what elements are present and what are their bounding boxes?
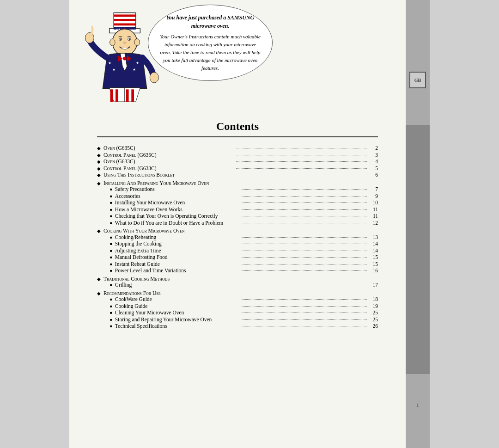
toc-dots [242, 203, 367, 203]
toc-label: Cooking Guide [115, 304, 240, 309]
toc-page: 14 [369, 241, 378, 247]
page-number: 1 [409, 399, 426, 411]
toc-label: Oven (G633C) [103, 159, 234, 165]
toc-label: Grilling [115, 282, 240, 288]
gb-badge: GB [409, 72, 426, 88]
toc-page: 3 [369, 153, 378, 158]
toc-page: 10 [369, 200, 378, 206]
toc-dots [242, 326, 367, 326]
toc-page: 25 [369, 317, 378, 323]
bullet-diamond: ◆ [97, 153, 101, 158]
toc-item-stopping: ■ Stopping the Cooking 14 [97, 241, 378, 247]
toc-label: Installing And Preparing Your Microwave … [103, 181, 378, 186]
contents-section: Contents ◆ Oven (G635C) 2 ◆ Control Pane… [69, 120, 406, 329]
toc-page: 13 [369, 235, 378, 240]
main-content: ★ ★ ★ ★ [69, 0, 406, 448]
toc-page: 15 [369, 255, 378, 260]
bullet-square: ■ [110, 201, 112, 205]
toc-dots [242, 319, 367, 320]
toc-dots [242, 306, 367, 307]
bullet-square: ■ [110, 256, 112, 259]
toc-item-tech-specs: ■ Technical Specifications 26 [97, 324, 378, 329]
toc-label: Storing and Repairing Your Microwave Ove… [115, 317, 240, 323]
toc-page: 18 [369, 297, 378, 302]
bullet-square: ■ [110, 188, 112, 191]
toc-item-how-works: ■ How a Microwave Oven Works 11 [97, 207, 378, 213]
toc-page: 16 [369, 268, 378, 274]
toc-page: 14 [369, 248, 378, 254]
bullet-square: ■ [110, 325, 112, 328]
bullet-square: ■ [110, 311, 112, 315]
bullet-square: ■ [110, 283, 112, 287]
toc-item-cleaning: ■ Cleaning Your Microwave Oven 25 [97, 310, 378, 316]
bullet-diamond: ◆ [97, 146, 101, 151]
toc-page: 4 [369, 159, 378, 165]
toc-section-cooking: ◆ Cooking With Your Microwave Oven [97, 228, 378, 234]
toc-item-installing-oven: ■ Installing Your Microwave Oven 10 [97, 200, 378, 206]
toc-section-recommendations: ◆ Recommendations For Use [97, 291, 378, 296]
toc-label: Stopping the Cooking [115, 241, 240, 247]
toc-dots [236, 161, 367, 162]
toc-item-cooking-guide: ■ Cooking Guide 19 [97, 304, 378, 309]
toc-dots [236, 148, 367, 148]
toc-page: 12 [369, 221, 378, 226]
toc-dots [236, 168, 367, 169]
toc-dots [242, 244, 367, 244]
svg-rect-23 [116, 89, 118, 102]
toc-label: Technical Specifications [115, 324, 240, 329]
toc-dots [242, 270, 367, 271]
toc-label: Traditional Cooking Methods [103, 276, 378, 282]
toc-page: 7 [369, 187, 378, 192]
bullet-square: ■ [110, 318, 112, 322]
bullet-diamond: ◆ [97, 277, 101, 282]
bullet-diamond: ◆ [97, 160, 101, 164]
header-area: ★ ★ ★ ★ [69, 0, 406, 120]
toc-label: CookWare Guide [115, 297, 240, 302]
toc-label: Cleaning Your Microwave Oven [115, 310, 240, 316]
svg-text:★: ★ [112, 68, 116, 72]
bullet-square: ■ [110, 269, 112, 273]
toc-label: Power Level and Time Variations [115, 268, 240, 274]
toc-label: Installing Your Microwave Oven [115, 200, 240, 206]
toc-item-checking: ■ Checking that Your Oven is Operating C… [97, 214, 378, 219]
svg-rect-24 [126, 89, 129, 102]
svg-point-21 [150, 72, 158, 83]
bullet-diamond: ◆ [97, 173, 101, 178]
svg-rect-3 [114, 19, 136, 21]
bullet-diamond: ◆ [97, 229, 101, 233]
toc-label: Control Panel (G635C) [103, 153, 234, 158]
toc-dots [242, 285, 367, 285]
toc-item-cookware: ■ CookWare Guide 18 [97, 297, 378, 302]
toc-page: 5 [369, 166, 378, 172]
toc-item-cooking-reheating: ■ Cooking/Reheating 13 [97, 235, 378, 240]
toc-page: 9 [369, 194, 378, 199]
speech-line1: You have just purchased a SAMSUNG microw… [158, 13, 262, 30]
right-tab-bottom: 1 [406, 374, 430, 448]
toc-item-defrosting: ■ Manual Defrosting Food 15 [97, 255, 378, 260]
toc-label: Oven (G635C) [103, 146, 234, 151]
toc-dots [242, 299, 367, 300]
toc-label: What to Do if You are in Doubt or Have a… [115, 221, 240, 226]
bullet-square: ■ [110, 249, 112, 253]
toc-dots [242, 223, 367, 223]
bullet-square: ■ [110, 305, 112, 308]
toc-item-accessories: ■ Accessories 9 [97, 194, 378, 199]
toc-dots [242, 264, 367, 264]
toc-item-what-to-do: ■ What to Do if You are in Doubt or Have… [97, 221, 378, 226]
svg-point-11 [129, 38, 130, 40]
bullet-square: ■ [110, 208, 112, 212]
toc-item-oven-g633c: ◆ Oven (G633C) 4 [97, 159, 378, 165]
toc-item-adjusting: ■ Adjusting Extra Time 14 [97, 248, 378, 254]
svg-point-14 [134, 39, 140, 46]
toc-dots [236, 155, 367, 155]
speech-line2: Your Owner's Instructions contain much v… [158, 33, 262, 72]
toc-item-grilling: ■ Grilling 17 [97, 282, 378, 288]
toc-label: How a Microwave Oven Works [115, 207, 240, 213]
toc-item-storing: ■ Storing and Repairing Your Microwave O… [97, 317, 378, 323]
toc-label: Using This Instructions Booklet [103, 172, 234, 178]
svg-rect-4 [114, 23, 136, 25]
svg-point-10 [120, 38, 122, 40]
toc-page: 15 [369, 262, 378, 267]
svg-point-15 [123, 57, 127, 61]
toc-list: ◆ Oven (G635C) 2 ◆ Control Panel (G635C)… [97, 146, 378, 329]
